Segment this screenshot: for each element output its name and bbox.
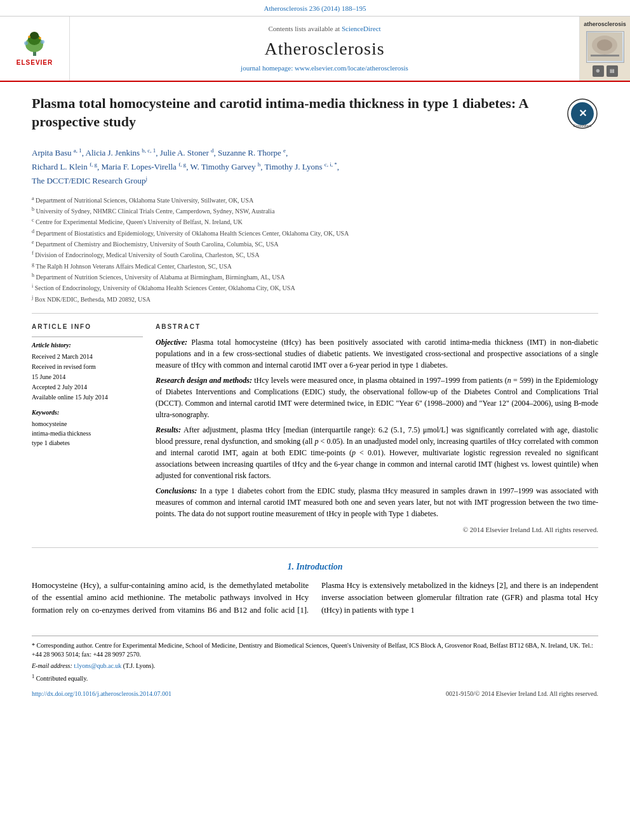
section-1-title: 1. Introduction xyxy=(32,561,598,573)
affiliations: a Department of Nutritional Sciences, Ok… xyxy=(32,195,598,304)
thumb-icon-1: ⊕ xyxy=(593,65,604,77)
elsevier-logo: ELSEVIER xyxy=(0,17,70,81)
footnote-corresponding: * Corresponding author. Centre for Exper… xyxy=(32,641,598,659)
svg-point-4 xyxy=(24,41,28,45)
footnote-email: E-mail address: t.lyons@qub.ac.uk (T.J. … xyxy=(32,662,598,670)
doi-link[interactable]: http://dx.doi.org/10.1016/j.atherosclero… xyxy=(32,690,171,698)
sciencedirect-anchor[interactable]: ScienceDirect xyxy=(342,25,381,32)
bottom-bar: http://dx.doi.org/10.1016/j.atherosclero… xyxy=(32,690,598,698)
received-revised-date: 15 June 2014 xyxy=(32,373,143,382)
thumb-title: atherosclerosis xyxy=(584,20,626,29)
abstract-text: Objective: Plasma total homocysteine (tH… xyxy=(156,337,598,535)
svg-point-6 xyxy=(28,36,30,38)
abstract-col: ABSTRACT Objective: Plasma total homocys… xyxy=(156,323,598,535)
journal-title: Atherosclerosis xyxy=(264,36,384,61)
available-online: Available online 15 July 2014 xyxy=(32,393,143,402)
keyword-1: homocysteine xyxy=(32,420,143,429)
elsevier-label: ELSEVIER xyxy=(17,58,53,67)
journal-citation: Atherosclerosis 236 (2014) 188–195 xyxy=(0,0,630,17)
received-date: Received 2 March 2014 xyxy=(32,352,143,361)
svg-rect-11 xyxy=(591,55,619,57)
issn-text: 0021-9150/© 2014 Elsevier Ireland Ltd. A… xyxy=(446,690,598,698)
article-info-col: ARTICLE INFO Article history: Received 2… xyxy=(32,323,143,535)
abstract-conclusions: Conclusions: In a type 1 diabetes cohort… xyxy=(156,485,598,519)
journal-center: Contents lists available at ScienceDirec… xyxy=(70,17,579,81)
svg-text:CrossMark: CrossMark xyxy=(573,124,592,128)
thumb-image xyxy=(586,31,624,63)
article-history: Article history: Received 2 March 2014 R… xyxy=(32,337,143,402)
keywords-section: Keywords: homocysteine intima-media thic… xyxy=(32,408,143,448)
history-label: Article history: xyxy=(32,341,143,350)
svg-point-10 xyxy=(597,39,612,51)
article-body: ARTICLE INFO Article history: Received 2… xyxy=(32,323,598,535)
accepted-date: Accepted 2 July 2014 xyxy=(32,383,143,392)
intro-text: Homocysteine (Hcy), a sulfur-containing … xyxy=(32,580,598,617)
introduction-section: 1. Introduction Homocysteine (Hcy), a su… xyxy=(32,561,598,617)
elsevier-tree-icon xyxy=(17,30,52,57)
abstract-results: Results: After adjustment, plasma tHcy [… xyxy=(156,424,598,481)
divider-1 xyxy=(32,313,598,314)
article-title-section: Plasma total homocysteine and carotid in… xyxy=(32,95,598,137)
abstract-methods: Research design and methods: tHcy levels… xyxy=(156,375,598,420)
authors: Arpita Basu a, 1, Alicia J. Jenkins b, c… xyxy=(32,146,598,188)
footnotes: * Corresponding author. Centre for Exper… xyxy=(32,636,598,683)
journal-thumbnail: atherosclerosis ⊕ ▤ xyxy=(579,17,630,81)
svg-text:✕: ✕ xyxy=(579,108,587,119)
email-link[interactable]: t.lyons@qub.ac.uk xyxy=(74,662,121,669)
sciencedirect-link: Contents lists available at ScienceDirec… xyxy=(268,24,380,34)
crossmark-icon: ✕ CrossMark xyxy=(566,98,598,130)
keyword-2: intima-media thickness xyxy=(32,429,143,438)
journal-header: ELSEVIER Contents lists available at Sci… xyxy=(0,17,630,82)
abstract-objective: Objective: Plasma total homocysteine (tH… xyxy=(156,337,598,371)
received-revised-label: Received in revised form xyxy=(32,363,143,371)
thumb-icons: ⊕ ▤ xyxy=(593,65,618,77)
thumb-icon-2: ▤ xyxy=(607,65,618,77)
article-info-heading: ARTICLE INFO xyxy=(32,323,143,331)
footnote-contributed: 1 Contributed equally. xyxy=(32,673,598,683)
keyword-3: type 1 diabetes xyxy=(32,439,143,448)
article-title: Plasma total homocysteine and carotid in… xyxy=(32,95,554,131)
svg-point-7 xyxy=(39,37,41,39)
main-content: Plasma total homocysteine and carotid in… xyxy=(0,82,630,711)
abstract-heading: ABSTRACT xyxy=(156,323,598,331)
svg-point-3 xyxy=(30,32,39,39)
svg-point-5 xyxy=(41,40,44,44)
keywords-label: Keywords: xyxy=(32,408,143,417)
divider-2 xyxy=(32,547,598,548)
journal-homepage: journal homepage: www.elsevier.com/locat… xyxy=(241,63,408,73)
copyright-line: © 2014 Elsevier Ireland Ltd. All rights … xyxy=(156,524,598,535)
